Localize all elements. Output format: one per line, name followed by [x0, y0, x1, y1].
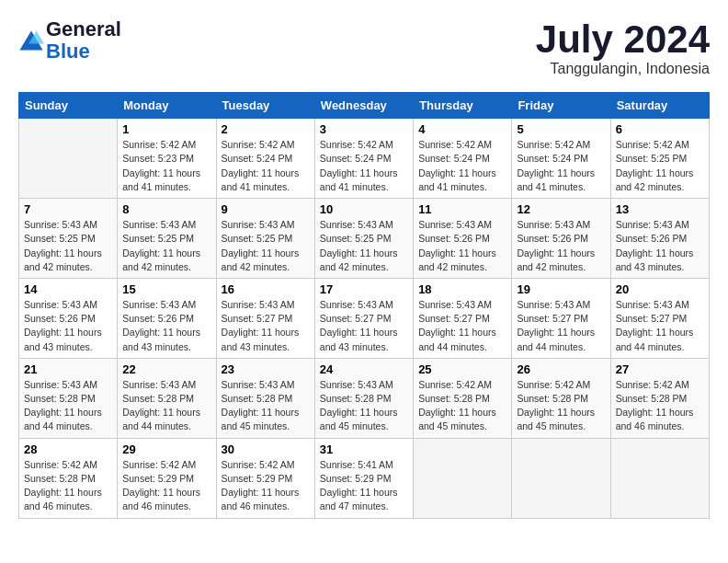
- calendar-cell: 24Sunrise: 5:43 AM Sunset: 5:28 PM Dayli…: [314, 358, 413, 438]
- calendar-cell: 4Sunrise: 5:42 AM Sunset: 5:24 PM Daylig…: [414, 119, 512, 199]
- logo-icon: [18, 28, 44, 53]
- day-detail: Sunrise: 5:42 AM Sunset: 5:28 PM Dayligh…: [616, 378, 704, 434]
- calendar-cell: [19, 119, 118, 199]
- calendar-cell: 1Sunrise: 5:42 AM Sunset: 5:23 PM Daylig…: [118, 119, 216, 199]
- day-number: 8: [122, 202, 210, 216]
- title-block: July 2024 Tanggulangin, Indonesia: [536, 18, 710, 77]
- day-number: 10: [320, 202, 408, 216]
- calendar-cell: [414, 438, 512, 518]
- calendar-week-2: 7Sunrise: 5:43 AM Sunset: 5:25 PM Daylig…: [19, 199, 710, 279]
- day-number: 31: [320, 442, 408, 456]
- day-number: 6: [616, 122, 704, 136]
- day-detail: Sunrise: 5:43 AM Sunset: 5:25 PM Dayligh…: [24, 218, 112, 274]
- calendar-cell: 25Sunrise: 5:42 AM Sunset: 5:28 PM Dayli…: [414, 358, 512, 438]
- calendar-cell: 14Sunrise: 5:43 AM Sunset: 5:26 PM Dayli…: [19, 278, 118, 358]
- day-number: 24: [320, 362, 408, 376]
- calendar-cell: 6Sunrise: 5:42 AM Sunset: 5:25 PM Daylig…: [610, 119, 709, 199]
- day-number: 29: [122, 442, 210, 456]
- calendar-cell: 29Sunrise: 5:42 AM Sunset: 5:29 PM Dayli…: [118, 438, 216, 518]
- calendar-cell: 30Sunrise: 5:42 AM Sunset: 5:29 PM Dayli…: [216, 438, 314, 518]
- day-number: 18: [418, 282, 506, 296]
- day-detail: Sunrise: 5:43 AM Sunset: 5:25 PM Dayligh…: [320, 218, 408, 274]
- day-number: 27: [616, 362, 704, 376]
- logo: General Blue: [18, 18, 121, 63]
- day-number: 15: [122, 282, 210, 296]
- day-number: 25: [418, 362, 506, 376]
- day-number: 1: [122, 122, 210, 136]
- day-number: 21: [24, 362, 112, 376]
- calendar-cell: 2Sunrise: 5:42 AM Sunset: 5:24 PM Daylig…: [216, 119, 314, 199]
- day-number: 2: [222, 122, 310, 136]
- day-detail: Sunrise: 5:42 AM Sunset: 5:29 PM Dayligh…: [122, 458, 210, 514]
- calendar-cell: 17Sunrise: 5:43 AM Sunset: 5:27 PM Dayli…: [314, 278, 413, 358]
- calendar-week-1: 1Sunrise: 5:42 AM Sunset: 5:23 PM Daylig…: [19, 119, 710, 199]
- day-header-sunday: Sunday: [19, 93, 118, 119]
- day-detail: Sunrise: 5:42 AM Sunset: 5:29 PM Dayligh…: [222, 458, 310, 514]
- day-number: 12: [517, 202, 605, 216]
- day-number: 13: [616, 202, 704, 216]
- calendar-header-row: SundayMondayTuesdayWednesdayThursdayFrid…: [19, 93, 710, 119]
- calendar-cell: [512, 438, 610, 518]
- day-header-monday: Monday: [118, 93, 216, 119]
- day-number: 11: [418, 202, 506, 216]
- calendar-cell: 22Sunrise: 5:43 AM Sunset: 5:28 PM Dayli…: [118, 358, 216, 438]
- day-number: 3: [320, 122, 408, 136]
- calendar-cell: 28Sunrise: 5:42 AM Sunset: 5:28 PM Dayli…: [19, 438, 118, 518]
- day-detail: Sunrise: 5:43 AM Sunset: 5:26 PM Dayligh…: [517, 218, 605, 274]
- day-header-tuesday: Tuesday: [216, 93, 314, 119]
- day-number: 5: [517, 122, 605, 136]
- day-number: 14: [24, 282, 112, 296]
- day-header-saturday: Saturday: [610, 93, 709, 119]
- calendar-cell: 12Sunrise: 5:43 AM Sunset: 5:26 PM Dayli…: [512, 199, 610, 279]
- day-detail: Sunrise: 5:42 AM Sunset: 5:28 PM Dayligh…: [24, 458, 112, 514]
- calendar-cell: 5Sunrise: 5:42 AM Sunset: 5:24 PM Daylig…: [512, 119, 610, 199]
- day-detail: Sunrise: 5:43 AM Sunset: 5:25 PM Dayligh…: [222, 218, 310, 274]
- day-number: 30: [222, 442, 310, 456]
- day-detail: Sunrise: 5:43 AM Sunset: 5:26 PM Dayligh…: [418, 218, 506, 274]
- day-header-thursday: Thursday: [414, 93, 512, 119]
- calendar-cell: 8Sunrise: 5:43 AM Sunset: 5:25 PM Daylig…: [118, 199, 216, 279]
- calendar-cell: 20Sunrise: 5:43 AM Sunset: 5:27 PM Dayli…: [610, 278, 709, 358]
- calendar-cell: 15Sunrise: 5:43 AM Sunset: 5:26 PM Dayli…: [118, 278, 216, 358]
- calendar-cell: 21Sunrise: 5:43 AM Sunset: 5:28 PM Dayli…: [19, 358, 118, 438]
- calendar-cell: 16Sunrise: 5:43 AM Sunset: 5:27 PM Dayli…: [216, 278, 314, 358]
- day-detail: Sunrise: 5:43 AM Sunset: 5:28 PM Dayligh…: [122, 378, 210, 434]
- day-number: 4: [418, 122, 506, 136]
- calendar-week-3: 14Sunrise: 5:43 AM Sunset: 5:26 PM Dayli…: [19, 278, 710, 358]
- day-number: 20: [616, 282, 704, 296]
- day-detail: Sunrise: 5:42 AM Sunset: 5:28 PM Dayligh…: [517, 378, 605, 434]
- day-detail: Sunrise: 5:43 AM Sunset: 5:26 PM Dayligh…: [24, 298, 112, 354]
- day-number: 9: [222, 202, 310, 216]
- calendar-cell: 11Sunrise: 5:43 AM Sunset: 5:26 PM Dayli…: [414, 199, 512, 279]
- day-detail: Sunrise: 5:43 AM Sunset: 5:27 PM Dayligh…: [517, 298, 605, 354]
- day-detail: Sunrise: 5:42 AM Sunset: 5:24 PM Dayligh…: [418, 138, 506, 194]
- logo-text: General Blue: [46, 18, 121, 63]
- calendar-cell: 27Sunrise: 5:42 AM Sunset: 5:28 PM Dayli…: [610, 358, 709, 438]
- day-detail: Sunrise: 5:43 AM Sunset: 5:27 PM Dayligh…: [320, 298, 408, 354]
- calendar-cell: 3Sunrise: 5:42 AM Sunset: 5:24 PM Daylig…: [314, 119, 413, 199]
- page-header: General Blue July 2024 Tanggulangin, Ind…: [18, 18, 710, 77]
- calendar-cell: 19Sunrise: 5:43 AM Sunset: 5:27 PM Dayli…: [512, 278, 610, 358]
- day-number: 28: [24, 442, 112, 456]
- day-detail: Sunrise: 5:42 AM Sunset: 5:24 PM Dayligh…: [320, 138, 408, 194]
- calendar-cell: 31Sunrise: 5:41 AM Sunset: 5:29 PM Dayli…: [314, 438, 413, 518]
- day-number: 19: [517, 282, 605, 296]
- day-detail: Sunrise: 5:42 AM Sunset: 5:25 PM Dayligh…: [616, 138, 704, 194]
- day-detail: Sunrise: 5:42 AM Sunset: 5:24 PM Dayligh…: [517, 138, 605, 194]
- day-number: 22: [122, 362, 210, 376]
- calendar-cell: 9Sunrise: 5:43 AM Sunset: 5:25 PM Daylig…: [216, 199, 314, 279]
- day-detail: Sunrise: 5:42 AM Sunset: 5:24 PM Dayligh…: [222, 138, 310, 194]
- calendar-table: SundayMondayTuesdayWednesdayThursdayFrid…: [18, 92, 710, 518]
- day-number: 17: [320, 282, 408, 296]
- day-number: 7: [24, 202, 112, 216]
- month-title: July 2024: [536, 18, 710, 61]
- day-detail: Sunrise: 5:42 AM Sunset: 5:28 PM Dayligh…: [418, 378, 506, 434]
- day-detail: Sunrise: 5:43 AM Sunset: 5:26 PM Dayligh…: [616, 218, 704, 274]
- day-number: 16: [222, 282, 310, 296]
- calendar-cell: [610, 438, 709, 518]
- day-detail: Sunrise: 5:43 AM Sunset: 5:25 PM Dayligh…: [122, 218, 210, 274]
- day-detail: Sunrise: 5:42 AM Sunset: 5:23 PM Dayligh…: [122, 138, 210, 194]
- day-detail: Sunrise: 5:43 AM Sunset: 5:27 PM Dayligh…: [616, 298, 704, 354]
- day-detail: Sunrise: 5:43 AM Sunset: 5:28 PM Dayligh…: [320, 378, 408, 434]
- calendar-cell: 18Sunrise: 5:43 AM Sunset: 5:27 PM Dayli…: [414, 278, 512, 358]
